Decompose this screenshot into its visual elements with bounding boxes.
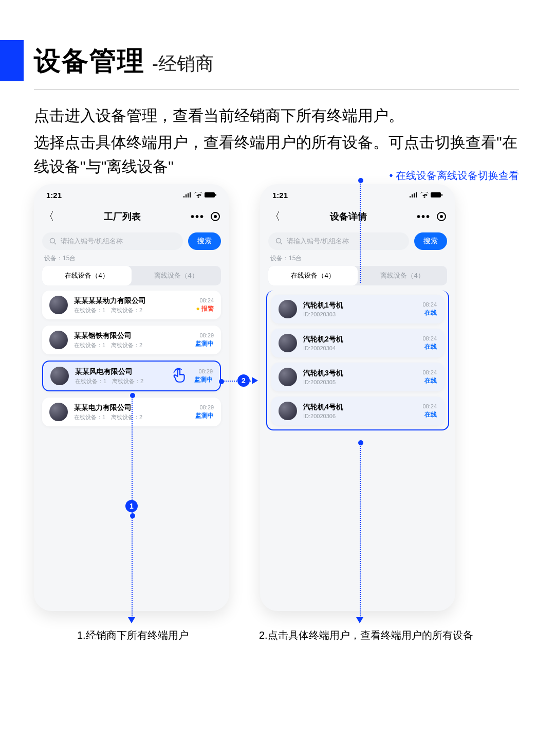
device-id: ID:20020304 bbox=[303, 345, 416, 351]
nav-title: 工厂列表 bbox=[54, 210, 191, 223]
tab-offline[interactable]: 离线设备（4） bbox=[132, 266, 221, 285]
avatar bbox=[279, 300, 297, 318]
search-placeholder: 请输入编号/机组名称 bbox=[287, 237, 349, 246]
callout-badge-2: 2 bbox=[237, 374, 250, 387]
factory-card[interactable]: 某某风电有限公司在线设备：1 离线设备：208:29监测中 bbox=[42, 361, 221, 391]
search-input[interactable]: 请输入编号/机组名称 bbox=[268, 232, 409, 250]
avatar bbox=[279, 334, 297, 352]
caption-2: 2.点击具体终端用户，查看终端用户的所有设备 bbox=[259, 628, 473, 642]
avatar bbox=[279, 402, 297, 420]
nav-right: ••• bbox=[417, 211, 446, 223]
signal-icon bbox=[409, 192, 418, 198]
device-name: 汽轮机3号机 bbox=[303, 369, 416, 378]
device-card[interactable]: 汽轮机3号机ID:2002030508:24在线 bbox=[271, 363, 444, 391]
search-button[interactable]: 搜索 bbox=[414, 232, 447, 250]
connector-line bbox=[132, 395, 133, 516]
status-badge: 监测中 bbox=[195, 411, 214, 420]
search-placeholder: 请输入编号/机组名称 bbox=[61, 237, 123, 246]
status-badge: 在线 bbox=[422, 343, 437, 351]
target-icon[interactable] bbox=[437, 212, 446, 221]
avatar bbox=[50, 367, 69, 385]
avatar bbox=[279, 368, 297, 386]
tab-online[interactable]: 在线设备（4） bbox=[42, 266, 132, 285]
factory-name: 某某某某动力有限公司 bbox=[74, 296, 190, 305]
search-input[interactable]: 请输入编号/机组名称 bbox=[42, 232, 183, 250]
more-icon[interactable]: ••• bbox=[191, 211, 205, 223]
caption-1: 1.经销商下所有终端用户 bbox=[77, 628, 189, 642]
avatar bbox=[49, 331, 68, 349]
callout-badge-1: 1 bbox=[125, 500, 138, 512]
search-button[interactable]: 搜索 bbox=[188, 232, 221, 250]
status-bar: 1:21 bbox=[34, 184, 229, 206]
factory-card[interactable]: 某某某某动力有限公司在线设备：1 离线设备：208:24报警 bbox=[42, 291, 221, 319]
back-icon[interactable]: 〈 bbox=[269, 209, 281, 224]
nav-bar: 〈 设备详情 ••• bbox=[260, 206, 455, 227]
accent-bar bbox=[0, 40, 24, 81]
status-badge: 监测中 bbox=[195, 339, 214, 348]
more-icon[interactable]: ••• bbox=[417, 211, 431, 223]
device-id: ID:20020303 bbox=[303, 311, 416, 317]
intro-paragraph-1: 点击进入设备管理，查看当前经销商下所有终端用户。 bbox=[34, 104, 404, 127]
nav-title: 设备详情 bbox=[281, 210, 417, 223]
callout-tabs-switch: 在线设备离线设备切换查看 bbox=[389, 169, 519, 183]
connector-line bbox=[360, 180, 361, 283]
connector-line bbox=[132, 514, 133, 619]
status-icons bbox=[409, 192, 443, 198]
timestamp: 08:24 bbox=[422, 403, 437, 409]
timestamp: 08:24 bbox=[196, 297, 214, 303]
device-card[interactable]: 汽轮机1号机ID:2002030308:24在线 bbox=[271, 295, 444, 323]
timestamp: 08:24 bbox=[422, 335, 437, 341]
device-id: ID:20020306 bbox=[303, 413, 416, 419]
connector-line bbox=[360, 442, 361, 619]
device-count: 设备：15台 bbox=[34, 253, 229, 266]
timestamp: 08:24 bbox=[422, 369, 437, 375]
svg-rect-4 bbox=[431, 192, 441, 197]
factory-sub: 在线设备：1 离线设备：2 bbox=[74, 307, 190, 314]
tab-offline[interactable]: 离线设备（4） bbox=[358, 266, 447, 285]
svg-rect-5 bbox=[441, 194, 442, 196]
search-icon bbox=[49, 238, 57, 245]
status-badge: 在线 bbox=[422, 309, 437, 317]
status-badge: 在线 bbox=[422, 376, 437, 385]
divider bbox=[34, 89, 519, 90]
device-name: 汽轮机1号机 bbox=[303, 301, 416, 310]
back-icon[interactable]: 〈 bbox=[43, 209, 54, 224]
phone-device-detail: 1:21 〈 设备详情 ••• 请输入编号/机组名称 搜索 设备：15台 在线设… bbox=[260, 184, 455, 611]
svg-point-6 bbox=[276, 239, 281, 243]
signal-icon bbox=[183, 192, 192, 198]
svg-line-7 bbox=[281, 243, 282, 244]
device-name: 汽轮机4号机 bbox=[303, 403, 416, 412]
device-tabs: 在线设备（4） 离线设备（4） bbox=[42, 266, 221, 285]
nav-bar: 〈 工厂列表 ••• bbox=[34, 206, 229, 227]
timestamp: 08:29 bbox=[195, 404, 214, 410]
tab-online[interactable]: 在线设备（4） bbox=[268, 266, 358, 285]
wifi-icon bbox=[194, 192, 202, 198]
arrow-down-icon bbox=[356, 617, 363, 623]
device-card[interactable]: 汽轮机4号机ID:2002030608:24在线 bbox=[271, 397, 444, 425]
clock: 1:21 bbox=[272, 191, 288, 200]
page-subtitle: -经销商 bbox=[152, 51, 214, 77]
page-title-row: 设备管理 -经销商 bbox=[34, 43, 214, 79]
nav-right: ••• bbox=[191, 211, 220, 223]
status-badge: 报警 bbox=[196, 304, 214, 313]
device-name: 汽轮机2号机 bbox=[303, 335, 416, 344]
status-bar: 1:21 bbox=[260, 184, 455, 206]
wifi-icon bbox=[420, 192, 429, 198]
search-row: 请输入编号/机组名称 搜索 bbox=[260, 227, 455, 253]
status-icons bbox=[183, 192, 217, 198]
page-title: 设备管理 bbox=[34, 43, 145, 79]
factory-sub: 在线设备：1 离线设备：2 bbox=[75, 377, 168, 385]
clock: 1:21 bbox=[46, 191, 62, 200]
factory-card[interactable]: 某某钢铁有限公司在线设备：1 离线设备：208:29监测中 bbox=[42, 326, 221, 354]
svg-line-3 bbox=[54, 243, 56, 244]
battery-icon bbox=[205, 192, 217, 198]
target-icon[interactable] bbox=[211, 212, 220, 221]
search-row: 请输入编号/机组名称 搜索 bbox=[34, 227, 229, 253]
device-card[interactable]: 汽轮机2号机ID:2002030408:24在线 bbox=[271, 329, 444, 357]
tap-hand-icon bbox=[171, 367, 188, 385]
search-icon bbox=[275, 238, 283, 245]
factory-sub: 在线设备：1 离线设备：2 bbox=[74, 341, 189, 349]
avatar bbox=[49, 403, 68, 421]
factory-name: 某某钢铁有限公司 bbox=[74, 331, 189, 340]
status-badge: 监测中 bbox=[194, 375, 213, 384]
